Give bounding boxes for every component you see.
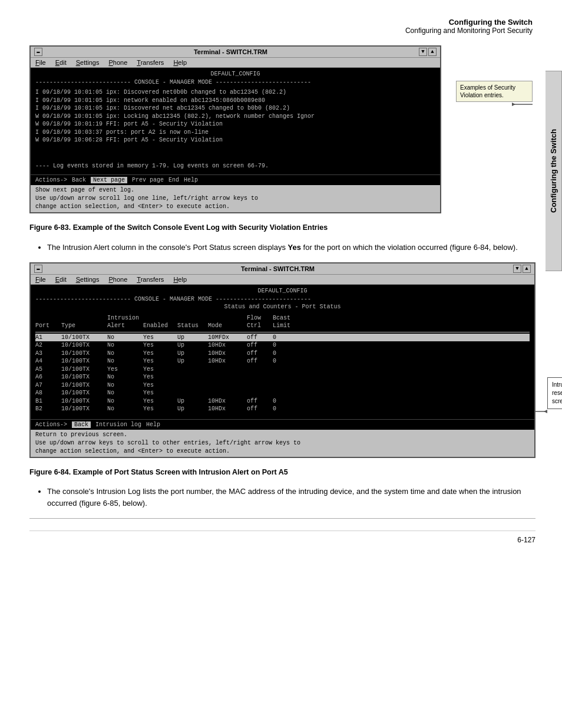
terminal1-nextpage[interactable]: Next page	[91, 177, 127, 183]
terminal1-status-line2: Use up/down arrow scroll log one line, l…	[35, 195, 435, 203]
terminal1-maximize-btn[interactable]: ▲	[428, 48, 437, 56]
intrusion-note-box: Intrusion alert indicated on Port A5. Af…	[547, 377, 562, 409]
figure84-caption: Figure 6-84. Example of Port Status Scre…	[29, 467, 535, 478]
callout1-text: Examples of Security Violation entries.	[460, 84, 515, 98]
figure84-caption-bold: Figure 6-84. Example of Port Status Scre…	[29, 468, 288, 476]
terminal1-help[interactable]: Help	[184, 177, 198, 183]
terminal2-status-line3: change action selection, and <Enter> to …	[35, 447, 530, 456]
menu-edit[interactable]: Edit	[55, 59, 67, 66]
log-line-3: W 09/18/99 10:01:05 ipx: Locking abc1234…	[35, 113, 435, 121]
table-row-a6: A6 10/100TX No Yes	[35, 373, 530, 381]
terminal2-status: Return to previous screen. Use up/down a…	[31, 430, 534, 457]
table-row-a4: A4 10/100TX No Yes Up 10HDx off 0	[35, 357, 530, 365]
page-header: Configuring the Switch Configuring and M…	[29, 18, 535, 35]
callout1-box: Examples of Security Violation entries.	[456, 81, 533, 102]
log-summary: ---- Log events stored in memory 1-79. L…	[35, 162, 435, 170]
log-line-2: I 09/18/99 10:01:05 ipx: Discovered net …	[35, 104, 435, 113]
terminal2-table-header2: Port Type Alert Enabled Status Mode Ctrl…	[35, 322, 530, 330]
bullet1-yes: Yes	[288, 243, 301, 252]
terminal1-back[interactable]: Back	[72, 177, 86, 183]
menu2-transfers[interactable]: Transfers	[137, 276, 164, 283]
terminal-window-1: ▬ Terminal - SWITCH.TRM ▼ ▲ File Edit Se…	[29, 45, 441, 213]
terminal2-titlebar: ▬ Terminal - SWITCH.TRM ▼ ▲	[31, 263, 534, 275]
log-line-5: I 09/18/99 10:03:37 ports: port A2 is no…	[35, 129, 435, 137]
intrusion-note-arrow	[534, 407, 547, 416]
log-line-1: I 09/18/99 10:01:05 ipx: network enabled…	[35, 97, 435, 105]
svg-marker-1	[512, 103, 515, 106]
menu-transfers[interactable]: Transfers	[137, 59, 164, 66]
page-number: 6-127	[29, 531, 535, 544]
terminal2-minimize-btn[interactable]: ▼	[513, 265, 521, 273]
menu2-phone[interactable]: Phone	[108, 276, 127, 283]
terminal2-menu-btn[interactable]: ▬	[34, 265, 42, 273]
terminal2-help[interactable]: Help	[146, 421, 160, 428]
svg-marker-3	[544, 410, 547, 413]
table-row-a7: A7 10/100TX No Yes	[35, 381, 530, 390]
log-line-6: W 09/18/99 10:06:28 FFI: port A5 - Secur…	[35, 136, 435, 144]
terminal1-status-line1: Show next page of event log.	[35, 186, 435, 195]
bullet1-item: The Intrusion Alert column in the consol…	[47, 242, 535, 253]
terminal1-end[interactable]: End	[168, 177, 179, 183]
terminal1-config: DEFAULT_CONFIG	[35, 70, 435, 78]
terminal2-body: DEFAULT_CONFIG -------------------------…	[31, 285, 534, 419]
terminal1-status-line3: change action selection, and <Enter> to …	[35, 203, 435, 211]
figure83-caption-bold: Figure 6-83. Example of the Switch Conso…	[29, 223, 328, 232]
terminal1-status: Show next page of event log. Use up/down…	[31, 185, 440, 212]
bullet2-item: The console's Intrusion Log lists the po…	[47, 486, 535, 509]
terminal2-actions: Actions-> Back Intrusion log Help	[31, 419, 534, 430]
bullet-section-2: The console's Intrusion Log lists the po…	[47, 486, 535, 509]
terminal2-title: Terminal - SWITCH.TRM	[42, 265, 513, 272]
log-line-4: W 09/18/99 10:01:19 FFI: port A5 - Secur…	[35, 120, 435, 129]
page-container: Configuring the Switch Configuring the S…	[0, 0, 562, 728]
menu2-help[interactable]: Help	[173, 276, 187, 283]
header-subtitle: Configuring and Monitoring Port Security	[29, 27, 533, 35]
terminal1-title: Terminal - SWITCH.TRM	[42, 48, 419, 55]
terminal1-actions-label: Actions->	[35, 177, 67, 183]
header-title: Configuring the Switch	[29, 18, 533, 27]
terminal1-actions: Actions-> Back Next page Prev page End H…	[31, 174, 440, 185]
terminal1-minimize-btn[interactable]: ▼	[419, 48, 427, 56]
menu-file[interactable]: File	[35, 59, 46, 66]
table-row-a8: A8 10/100TX No Yes	[35, 389, 530, 397]
table-row-a1: A1 10/100TX No Yes Up 10MFDx off 0	[35, 334, 530, 342]
menu-phone[interactable]: Phone	[108, 59, 127, 66]
terminal2-console-header: --------------------------- CONSOLE - MA…	[35, 295, 530, 304]
terminal1-menu-btn[interactable]: ▬	[34, 48, 42, 56]
terminal2-actions-label: Actions->	[35, 421, 67, 428]
terminal2-action-row: Actions-> Back Intrusion log Help	[35, 421, 530, 428]
table-row-a5: A5 10/100TX Yes Yes	[35, 365, 530, 374]
terminal2-container: ▬ Terminal - SWITCH.TRM ▼ ▲ File Edit Se…	[29, 262, 535, 458]
bullet-section-1: The Intrusion Alert column in the consol…	[47, 242, 535, 253]
table-row-a3: A3 10/100TX No Yes Up 10HDx off 0	[35, 350, 530, 358]
terminal2-table-header: Intrusion Flow Bcast	[35, 314, 530, 322]
terminal1-console-header: --------------------------- CONSOLE - MA…	[35, 78, 435, 87]
terminal2-status-line2: Use up/down arrow keys to scroll to othe…	[35, 439, 530, 447]
terminal2-screen-title: Status and Counters - Port Status	[35, 303, 530, 311]
terminal1-action-row: Actions-> Back Next page Prev page End H…	[35, 177, 435, 183]
table-row-b2: B2 10/100TX No Yes Up 10HDx off 0	[35, 405, 530, 413]
menu2-edit[interactable]: Edit	[55, 276, 67, 283]
menu2-settings[interactable]: Settings	[76, 276, 100, 283]
table-separator	[35, 332, 530, 332]
menu-help[interactable]: Help	[173, 59, 187, 66]
terminal2-win-controls: ▼ ▲	[513, 265, 531, 273]
terminal1-titlebar: ▬ Terminal - SWITCH.TRM ▼ ▲	[31, 47, 440, 58]
figure83-caption: Figure 6-83. Example of the Switch Conso…	[29, 223, 535, 233]
terminal2-maximize-btn[interactable]: ▲	[523, 265, 531, 273]
menu2-file[interactable]: File	[35, 276, 46, 283]
callout1-arrow	[512, 101, 533, 113]
sidebar-label: Configuring the Switch	[549, 129, 558, 213]
terminal2-back-btn[interactable]: Back	[72, 421, 91, 428]
terminal2-status-line1: Return to previous screen.	[35, 431, 530, 439]
table-row-b1: B1 10/100TX No Yes Up 10HDx off 0	[35, 397, 530, 406]
sidebar-tab: Configuring the Switch	[546, 71, 562, 271]
terminal-window-2: ▬ Terminal - SWITCH.TRM ▼ ▲ File Edit Se…	[29, 262, 535, 458]
terminal2-intrusion-log[interactable]: Intrusion log	[95, 421, 141, 428]
section-divider	[29, 518, 535, 519]
terminal1-menubar: File Edit Settings Phone Transfers Help	[31, 58, 440, 68]
terminal1-prevpage[interactable]: Prev page	[132, 177, 164, 183]
terminal2-config: DEFAULT_CONFIG	[35, 287, 530, 295]
terminal1-body: DEFAULT_CONFIG -------------------------…	[31, 68, 440, 174]
menu-settings[interactable]: Settings	[76, 59, 100, 66]
log-line-0: I 09/18/99 10:01:05 ipx: Discovered net0…	[35, 88, 435, 97]
